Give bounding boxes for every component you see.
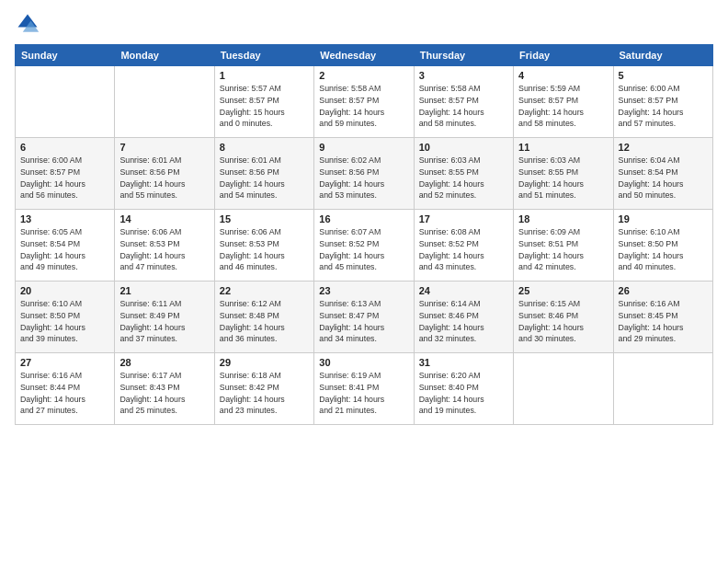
- day-detail: Sunrise: 6:16 AM Sunset: 8:45 PM Dayligh…: [619, 298, 708, 345]
- col-sunday: Sunday: [16, 45, 115, 66]
- table-row: 27Sunrise: 6:16 AM Sunset: 8:44 PM Dayli…: [16, 353, 115, 425]
- col-tuesday: Tuesday: [214, 45, 313, 66]
- day-number: 10: [419, 142, 508, 153]
- col-saturday: Saturday: [613, 45, 712, 66]
- logo-icon: [15, 11, 40, 37]
- table-row: 18Sunrise: 6:09 AM Sunset: 8:51 PM Dayli…: [514, 210, 613, 282]
- day-detail: Sunrise: 5:57 AM Sunset: 8:57 PM Dayligh…: [220, 83, 309, 130]
- table-row: 17Sunrise: 6:08 AM Sunset: 8:52 PM Dayli…: [414, 210, 513, 282]
- day-detail: Sunrise: 6:17 AM Sunset: 8:43 PM Dayligh…: [119, 370, 209, 417]
- table-row: 13Sunrise: 6:05 AM Sunset: 8:54 PM Dayli…: [16, 210, 115, 282]
- page: Sunday Monday Tuesday Wednesday Thursday…: [0, 0, 728, 563]
- day-detail: Sunrise: 6:16 AM Sunset: 8:44 PM Dayligh…: [20, 370, 109, 417]
- day-detail: Sunrise: 6:15 AM Sunset: 8:46 PM Dayligh…: [518, 298, 608, 345]
- table-row: [613, 353, 712, 425]
- day-number: 5: [619, 70, 708, 81]
- day-number: 15: [220, 213, 309, 224]
- table-row: 29Sunrise: 6:18 AM Sunset: 8:42 PM Dayli…: [214, 353, 313, 425]
- day-detail: Sunrise: 6:01 AM Sunset: 8:56 PM Dayligh…: [119, 155, 209, 201]
- day-detail: Sunrise: 6:04 AM Sunset: 8:54 PM Dayligh…: [619, 155, 708, 201]
- table-row: 7Sunrise: 6:01 AM Sunset: 8:56 PM Daylig…: [115, 138, 214, 210]
- day-number: 29: [220, 357, 309, 368]
- day-number: 17: [419, 213, 508, 224]
- table-row: 11Sunrise: 6:03 AM Sunset: 8:55 PM Dayli…: [514, 138, 613, 210]
- day-detail: Sunrise: 5:58 AM Sunset: 8:57 PM Dayligh…: [319, 83, 408, 130]
- table-row: 4Sunrise: 5:59 AM Sunset: 8:57 PM Daylig…: [514, 66, 613, 138]
- col-monday: Monday: [115, 45, 214, 66]
- calendar-week-row: 27Sunrise: 6:16 AM Sunset: 8:44 PM Dayli…: [16, 353, 713, 425]
- table-row: 22Sunrise: 6:12 AM Sunset: 8:48 PM Dayli…: [214, 282, 313, 353]
- calendar-header-row: Sunday Monday Tuesday Wednesday Thursday…: [16, 45, 713, 66]
- calendar-week-row: 6Sunrise: 6:00 AM Sunset: 8:57 PM Daylig…: [16, 138, 713, 210]
- day-detail: Sunrise: 6:10 AM Sunset: 8:50 PM Dayligh…: [619, 226, 708, 273]
- calendar-week-row: 20Sunrise: 6:10 AM Sunset: 8:50 PM Dayli…: [16, 282, 713, 353]
- table-row: 20Sunrise: 6:10 AM Sunset: 8:50 PM Dayli…: [16, 282, 115, 353]
- day-number: 23: [319, 285, 408, 296]
- day-number: 24: [419, 285, 508, 296]
- header: [15, 11, 713, 37]
- day-detail: Sunrise: 6:01 AM Sunset: 8:56 PM Dayligh…: [220, 155, 309, 201]
- day-detail: Sunrise: 6:07 AM Sunset: 8:52 PM Dayligh…: [319, 226, 408, 273]
- day-detail: Sunrise: 6:18 AM Sunset: 8:42 PM Dayligh…: [220, 370, 309, 417]
- day-number: 19: [619, 213, 708, 224]
- calendar-week-row: 1Sunrise: 5:57 AM Sunset: 8:57 PM Daylig…: [16, 66, 713, 138]
- day-number: 14: [119, 213, 209, 224]
- table-row: [514, 353, 613, 425]
- day-detail: Sunrise: 6:13 AM Sunset: 8:47 PM Dayligh…: [319, 298, 408, 345]
- calendar-table: Sunday Monday Tuesday Wednesday Thursday…: [15, 44, 713, 425]
- day-number: 16: [319, 213, 408, 224]
- day-detail: Sunrise: 5:59 AM Sunset: 8:57 PM Dayligh…: [518, 83, 608, 130]
- table-row: 24Sunrise: 6:14 AM Sunset: 8:46 PM Dayli…: [414, 282, 513, 353]
- table-row: 25Sunrise: 6:15 AM Sunset: 8:46 PM Dayli…: [514, 282, 613, 353]
- calendar-week-row: 13Sunrise: 6:05 AM Sunset: 8:54 PM Dayli…: [16, 210, 713, 282]
- table-row: 3Sunrise: 5:58 AM Sunset: 8:57 PM Daylig…: [414, 66, 513, 138]
- table-row: 30Sunrise: 6:19 AM Sunset: 8:41 PM Dayli…: [314, 353, 414, 425]
- day-detail: Sunrise: 6:20 AM Sunset: 8:40 PM Dayligh…: [419, 370, 508, 417]
- day-detail: Sunrise: 6:03 AM Sunset: 8:55 PM Dayligh…: [419, 155, 508, 201]
- table-row: 26Sunrise: 6:16 AM Sunset: 8:45 PM Dayli…: [613, 282, 712, 353]
- day-number: 21: [119, 285, 209, 296]
- table-row: 10Sunrise: 6:03 AM Sunset: 8:55 PM Dayli…: [414, 138, 513, 210]
- day-detail: Sunrise: 6:08 AM Sunset: 8:52 PM Dayligh…: [419, 226, 508, 273]
- day-detail: Sunrise: 6:06 AM Sunset: 8:53 PM Dayligh…: [220, 226, 309, 273]
- table-row: 21Sunrise: 6:11 AM Sunset: 8:49 PM Dayli…: [115, 282, 214, 353]
- day-number: 28: [119, 357, 209, 368]
- day-detail: Sunrise: 6:10 AM Sunset: 8:50 PM Dayligh…: [20, 298, 109, 345]
- day-detail: Sunrise: 6:03 AM Sunset: 8:55 PM Dayligh…: [518, 155, 608, 201]
- table-row: 12Sunrise: 6:04 AM Sunset: 8:54 PM Dayli…: [613, 138, 712, 210]
- day-number: 1: [220, 70, 309, 81]
- table-row: 23Sunrise: 6:13 AM Sunset: 8:47 PM Dayli…: [314, 282, 414, 353]
- day-number: 31: [419, 357, 508, 368]
- col-wednesday: Wednesday: [314, 45, 414, 66]
- table-row: 28Sunrise: 6:17 AM Sunset: 8:43 PM Dayli…: [115, 353, 214, 425]
- table-row: 16Sunrise: 6:07 AM Sunset: 8:52 PM Dayli…: [314, 210, 414, 282]
- table-row: 31Sunrise: 6:20 AM Sunset: 8:40 PM Dayli…: [414, 353, 513, 425]
- day-number: 26: [619, 285, 708, 296]
- day-detail: Sunrise: 6:00 AM Sunset: 8:57 PM Dayligh…: [619, 83, 708, 130]
- day-detail: Sunrise: 6:12 AM Sunset: 8:48 PM Dayligh…: [220, 298, 309, 345]
- day-number: 25: [518, 285, 608, 296]
- table-row: 5Sunrise: 6:00 AM Sunset: 8:57 PM Daylig…: [613, 66, 712, 138]
- day-number: 20: [20, 285, 109, 296]
- day-number: 13: [20, 213, 109, 224]
- logo: [15, 11, 44, 37]
- table-row: 15Sunrise: 6:06 AM Sunset: 8:53 PM Dayli…: [214, 210, 313, 282]
- day-number: 2: [319, 70, 408, 81]
- day-detail: Sunrise: 6:14 AM Sunset: 8:46 PM Dayligh…: [419, 298, 508, 345]
- day-number: 22: [220, 285, 309, 296]
- day-detail: Sunrise: 6:00 AM Sunset: 8:57 PM Dayligh…: [20, 155, 109, 201]
- table-row: 6Sunrise: 6:00 AM Sunset: 8:57 PM Daylig…: [16, 138, 115, 210]
- day-number: 30: [319, 357, 408, 368]
- table-row: 19Sunrise: 6:10 AM Sunset: 8:50 PM Dayli…: [613, 210, 712, 282]
- day-detail: Sunrise: 6:06 AM Sunset: 8:53 PM Dayligh…: [119, 226, 209, 273]
- day-number: 18: [518, 213, 608, 224]
- day-detail: Sunrise: 6:02 AM Sunset: 8:56 PM Dayligh…: [319, 155, 408, 201]
- table-row: 9Sunrise: 6:02 AM Sunset: 8:56 PM Daylig…: [314, 138, 414, 210]
- table-row: [115, 66, 214, 138]
- day-number: 3: [419, 70, 508, 81]
- day-number: 27: [20, 357, 109, 368]
- table-row: [16, 66, 115, 138]
- day-detail: Sunrise: 6:09 AM Sunset: 8:51 PM Dayligh…: [518, 226, 608, 273]
- day-detail: Sunrise: 6:11 AM Sunset: 8:49 PM Dayligh…: [119, 298, 209, 345]
- day-number: 8: [220, 142, 309, 153]
